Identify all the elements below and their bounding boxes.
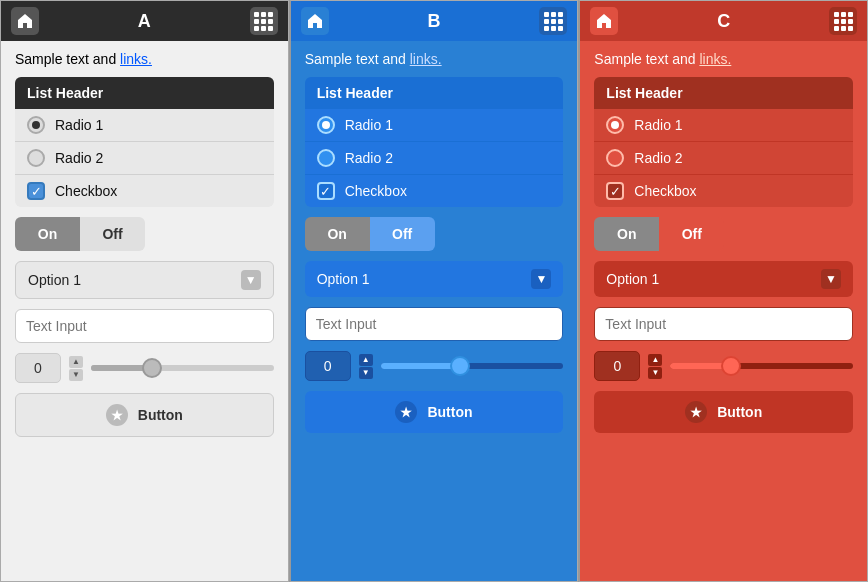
radio-c-1[interactable]: [606, 149, 624, 167]
spinner-row-c: 0 ▲ ▼: [594, 351, 853, 381]
list-item-a-0[interactable]: Radio 1: [15, 109, 274, 142]
slider-thumb-a[interactable]: [142, 358, 162, 378]
sample-link-a[interactable]: links.: [120, 51, 152, 67]
toggle-c: On Off: [594, 217, 724, 251]
home-icon-c[interactable]: [590, 7, 618, 35]
select-a[interactable]: Option 1 ▼: [15, 261, 274, 299]
action-button-b[interactable]: ★ Button: [305, 391, 564, 433]
list-c: List Header Radio 1 Radio 2 ✓ Checkbox: [594, 77, 853, 207]
panel-b: B Sample text and links. List Header Rad…: [289, 0, 579, 582]
slider-c[interactable]: [670, 363, 853, 369]
list-a: List Header Radio 1 Radio 2 ✓ Checkbox: [15, 77, 274, 207]
slider-thumb-b[interactable]: [450, 356, 470, 376]
text-input-c[interactable]: [594, 307, 853, 341]
checkbox-a[interactable]: ✓: [27, 182, 45, 200]
radio-label-a-1: Radio 2: [55, 150, 103, 166]
radio-label-a-0: Radio 1: [55, 117, 103, 133]
panel-a-title: A: [39, 11, 250, 32]
slider-b[interactable]: [381, 363, 564, 369]
toggle-off-c[interactable]: Off: [659, 217, 724, 251]
list-b: List Header Radio 1 Radio 2 ✓ Checkbox: [305, 77, 564, 207]
spinner-value-a: 0: [34, 360, 42, 376]
spinner-down-b[interactable]: ▼: [359, 367, 373, 379]
list-item-b-1[interactable]: Radio 2: [305, 142, 564, 175]
checkbox-label-c: Checkbox: [634, 183, 696, 199]
panel-c-content: Sample text and links. List Header Radio…: [580, 41, 867, 581]
toggle-off-a[interactable]: Off: [80, 217, 145, 251]
spinner-value-b: 0: [324, 358, 332, 374]
grid-icon-a[interactable]: [250, 7, 278, 35]
sample-link-b[interactable]: links.: [410, 51, 442, 67]
spinner-up-c[interactable]: ▲: [648, 354, 662, 366]
spinner-arrows-a: ▲ ▼: [69, 354, 83, 382]
list-header-c: List Header: [594, 77, 853, 109]
action-button-a[interactable]: ★ Button: [15, 393, 274, 437]
sample-link-c[interactable]: links.: [699, 51, 731, 67]
toggle-on-c[interactable]: On: [594, 217, 659, 251]
checkbox-c[interactable]: ✓: [606, 182, 624, 200]
spinner-up-b[interactable]: ▲: [359, 354, 373, 366]
home-icon-a[interactable]: [11, 7, 39, 35]
action-button-label-b: Button: [427, 404, 472, 420]
radio-a-0[interactable]: [27, 116, 45, 134]
spinner-arrows-b: ▲ ▼: [359, 352, 373, 380]
select-b[interactable]: Option 1 ▼: [305, 261, 564, 297]
checkbox-label-b: Checkbox: [345, 183, 407, 199]
title-bar-a: A: [1, 1, 288, 41]
toggle-on-b[interactable]: On: [305, 217, 370, 251]
action-button-label-c: Button: [717, 404, 762, 420]
chevron-icon-b: ▼: [531, 269, 551, 289]
radio-label-c-0: Radio 1: [634, 117, 682, 133]
list-item-c-1[interactable]: Radio 2: [594, 142, 853, 175]
panel-a-content: Sample text and links. List Header Radio…: [1, 41, 288, 581]
list-item-c-2[interactable]: ✓ Checkbox: [594, 175, 853, 207]
toggle-on-a[interactable]: On: [15, 217, 80, 251]
radio-c-0[interactable]: [606, 116, 624, 134]
spinner-a: 0: [15, 353, 61, 383]
spinner-arrows-c: ▲ ▼: [648, 352, 662, 380]
chevron-icon-c: ▼: [821, 269, 841, 289]
list-item-a-1[interactable]: Radio 2: [15, 142, 274, 175]
title-bar-b: B: [291, 1, 578, 41]
radio-b-1[interactable]: [317, 149, 335, 167]
chevron-icon-a: ▼: [241, 270, 261, 290]
radio-label-b-0: Radio 1: [345, 117, 393, 133]
list-item-b-2[interactable]: ✓ Checkbox: [305, 175, 564, 207]
list-item-c-0[interactable]: Radio 1: [594, 109, 853, 142]
spinner-row-b: 0 ▲ ▼: [305, 351, 564, 381]
panel-c: C Sample text and links. List Header Rad…: [578, 0, 868, 582]
radio-label-b-1: Radio 2: [345, 150, 393, 166]
radio-label-c-1: Radio 2: [634, 150, 682, 166]
spinner-c: 0: [594, 351, 640, 381]
select-label-a: Option 1: [28, 272, 81, 288]
slider-fill-c: [670, 363, 725, 369]
spinner-down-a[interactable]: ▼: [69, 369, 83, 381]
text-input-a[interactable]: [15, 309, 274, 343]
slider-thumb-c[interactable]: [721, 356, 741, 376]
action-button-label-a: Button: [138, 407, 183, 423]
select-label-c: Option 1: [606, 271, 659, 287]
action-button-c[interactable]: ★ Button: [594, 391, 853, 433]
title-bar-c: C: [580, 1, 867, 41]
spinner-up-a[interactable]: ▲: [69, 356, 83, 368]
panel-c-title: C: [618, 11, 829, 32]
select-c[interactable]: Option 1 ▼: [594, 261, 853, 297]
radio-a-1[interactable]: [27, 149, 45, 167]
star-icon-b: ★: [395, 401, 417, 423]
panel-a: A Sample text and links. List Header Rad…: [0, 0, 289, 582]
text-input-b[interactable]: [305, 307, 564, 341]
grid-icon-b[interactable]: [539, 7, 567, 35]
toggle-b: On Off: [305, 217, 435, 251]
home-icon-b[interactable]: [301, 7, 329, 35]
grid-icon-c[interactable]: [829, 7, 857, 35]
spinner-row-a: 0 ▲ ▼: [15, 353, 274, 383]
slider-a[interactable]: [91, 365, 274, 371]
list-item-a-2[interactable]: ✓ Checkbox: [15, 175, 274, 207]
spinner-value-c: 0: [613, 358, 621, 374]
radio-b-0[interactable]: [317, 116, 335, 134]
spinner-down-c[interactable]: ▼: [648, 367, 662, 379]
panel-b-title: B: [329, 11, 540, 32]
checkbox-b[interactable]: ✓: [317, 182, 335, 200]
list-item-b-0[interactable]: Radio 1: [305, 109, 564, 142]
toggle-off-b[interactable]: Off: [370, 217, 435, 251]
